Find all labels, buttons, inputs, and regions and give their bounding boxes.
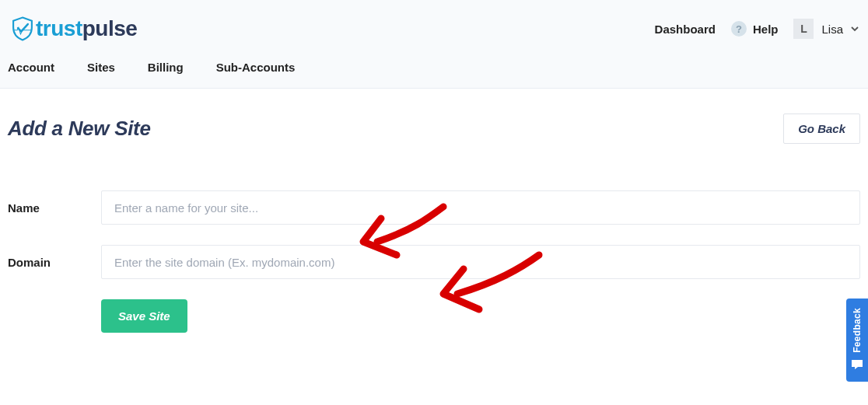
header-right: Dashboard ? Help L Lisa	[655, 19, 859, 39]
chevron-down-icon	[851, 24, 859, 33]
save-site-button[interactable]: Save Site	[101, 299, 187, 333]
go-back-button[interactable]: Go Back	[783, 113, 860, 144]
page-head: Add a New Site Go Back	[8, 113, 860, 144]
help-icon: ?	[731, 21, 747, 37]
nav-account[interactable]: Account	[8, 61, 54, 74]
nav-subaccounts[interactable]: Sub-Accounts	[216, 61, 296, 74]
nav-sites[interactable]: Sites	[87, 61, 115, 74]
user-name: Lisa	[821, 23, 843, 36]
feedback-tab[interactable]: Feedback	[846, 299, 868, 382]
form-row-name: Name	[8, 190, 860, 225]
help-label: Help	[753, 23, 779, 36]
top-header: trustpulse Dashboard ? Help L Lisa Accou…	[0, 0, 868, 89]
site-name-input[interactable]	[101, 190, 860, 225]
page-title: Add a New Site	[8, 117, 151, 141]
dashboard-link[interactable]: Dashboard	[655, 23, 716, 36]
page-body: Add a New Site Go Back Name Domain Save …	[0, 89, 868, 333]
secondary-nav: Account Sites Billing Sub-Accounts	[0, 51, 868, 88]
brand-logo[interactable]: trustpulse	[9, 16, 137, 42]
brand-text: trustpulse	[36, 16, 137, 41]
nav-billing[interactable]: Billing	[148, 61, 184, 74]
avatar: L	[793, 19, 814, 39]
form-row-domain: Domain	[8, 245, 860, 279]
help-link[interactable]: ? Help	[731, 21, 779, 37]
domain-label: Domain	[8, 256, 101, 269]
chat-icon	[851, 359, 863, 372]
header-row: trustpulse Dashboard ? Help L Lisa	[0, 0, 868, 51]
shield-check-icon	[9, 16, 36, 42]
feedback-label: Feedback	[852, 308, 863, 353]
site-domain-input[interactable]	[101, 245, 860, 279]
name-label: Name	[8, 201, 101, 215]
user-menu[interactable]: L Lisa	[793, 19, 859, 39]
